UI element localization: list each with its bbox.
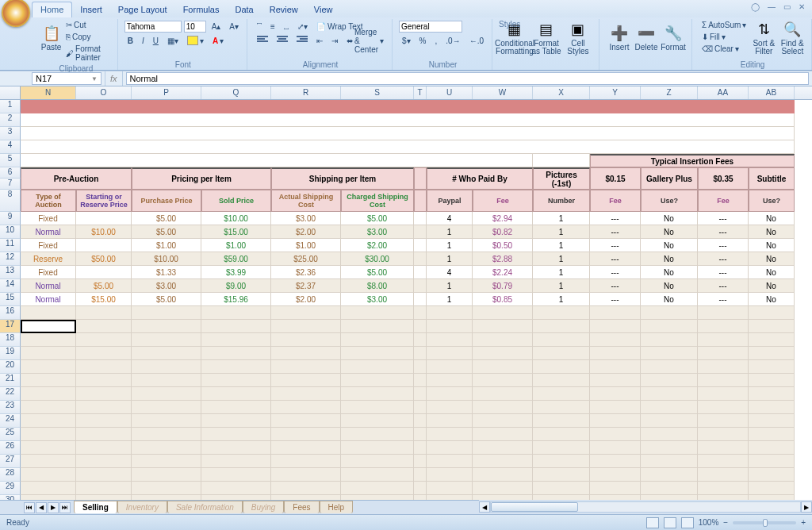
cell[interactable]: $5.00 (132, 225, 201, 239)
cell[interactable] (414, 333, 427, 347)
cell[interactable]: $2.00 (271, 225, 341, 239)
cell[interactable] (271, 320, 341, 333)
cell[interactable] (698, 320, 749, 333)
cell[interactable]: Normal (21, 225, 76, 239)
cell[interactable]: --- (590, 212, 641, 225)
cell[interactable] (427, 428, 473, 441)
paste-button[interactable]: 📋Paste (40, 19, 63, 57)
cell[interactable] (341, 306, 414, 320)
currency-button[interactable]: $▾ (399, 35, 414, 47)
cell[interactable] (414, 279, 427, 293)
zoom-out-button[interactable]: − (723, 518, 728, 527)
cell[interactable] (533, 428, 590, 441)
cell[interactable] (132, 428, 201, 441)
cell[interactable] (414, 320, 427, 333)
cell[interactable] (414, 360, 427, 374)
name-box[interactable]: N17▼ (32, 72, 102, 85)
cell[interactable] (132, 360, 201, 374)
dropdown-arrow[interactable]: ▼ (75, 321, 76, 333)
cell[interactable] (590, 455, 641, 468)
cell[interactable] (533, 441, 590, 455)
cell[interactable]: $1.00 (271, 239, 341, 252)
cell[interactable] (427, 320, 473, 333)
sheet-tab-inventory[interactable]: Inventory (117, 501, 167, 513)
cell[interactable]: No (641, 212, 698, 225)
cell[interactable] (533, 387, 590, 401)
cell[interactable] (341, 320, 414, 333)
cell[interactable] (341, 414, 414, 428)
cell[interactable] (76, 347, 132, 360)
cell[interactable] (201, 360, 271, 374)
cell[interactable] (21, 347, 76, 360)
view-layout-icon[interactable] (664, 517, 676, 528)
sheet-tab-help[interactable]: Help (320, 501, 354, 513)
cell[interactable] (271, 441, 341, 455)
minimize-icon[interactable]: — (765, 2, 778, 11)
sheet-tab-selling[interactable]: Selling (74, 501, 117, 513)
sheet-nav-last[interactable]: ⏭ (59, 502, 71, 513)
align-right-button[interactable] (293, 34, 311, 47)
cell[interactable] (341, 360, 414, 374)
tab-home[interactable]: Home (32, 2, 72, 17)
cell[interactable] (749, 441, 795, 455)
sheet-tab-sale-information[interactable]: Sale Information (167, 501, 243, 513)
row-header[interactable]: 21 (0, 374, 21, 387)
cell[interactable] (749, 455, 795, 468)
cell[interactable] (76, 428, 132, 441)
cell[interactable] (414, 441, 427, 455)
col-header-X[interactable]: X (533, 86, 590, 99)
col-header-Z[interactable]: Z (641, 86, 698, 99)
cell[interactable] (427, 374, 473, 387)
cell[interactable] (414, 468, 427, 482)
cell[interactable] (201, 306, 271, 320)
cell[interactable] (271, 428, 341, 441)
cell[interactable] (201, 374, 271, 387)
cell[interactable]: $3.00 (132, 279, 201, 293)
row-header[interactable]: 14 (0, 279, 21, 293)
cell[interactable] (533, 320, 590, 333)
cell[interactable]: $10.00 (76, 225, 132, 239)
cell[interactable] (698, 306, 749, 320)
cell[interactable] (76, 482, 132, 495)
cell[interactable] (76, 306, 132, 320)
cell-styles-button[interactable]: ▣Cell Styles (562, 19, 594, 57)
cell[interactable] (201, 455, 271, 468)
cell[interactable] (749, 374, 795, 387)
row-header[interactable]: 18 (0, 333, 21, 347)
cell[interactable] (271, 455, 341, 468)
cell[interactable] (473, 441, 533, 455)
cell[interactable] (132, 320, 201, 333)
cell[interactable] (641, 387, 698, 401)
cell[interactable] (414, 252, 427, 266)
cell[interactable] (590, 360, 641, 374)
cell[interactable] (698, 428, 749, 441)
format-as-table-button[interactable]: ▤Format as Table (530, 19, 562, 57)
row-header[interactable]: 26 (0, 441, 21, 455)
col-header-T[interactable]: T (414, 86, 427, 99)
cell[interactable]: $10.00 (201, 212, 271, 225)
cell[interactable] (201, 401, 271, 414)
cell[interactable] (749, 414, 795, 428)
tab-data[interactable]: Data (227, 2, 261, 17)
cell[interactable] (427, 387, 473, 401)
cell[interactable] (427, 333, 473, 347)
cell[interactable]: $3.00 (341, 293, 414, 306)
cell[interactable]: $0.82 (473, 225, 533, 239)
row-header[interactable]: 23 (0, 401, 21, 414)
find-select-button[interactable]: 🔍Find & Select (778, 19, 806, 57)
cell[interactable]: --- (590, 293, 641, 306)
cell[interactable] (21, 333, 76, 347)
cell[interactable] (271, 374, 341, 387)
row-header[interactable]: 1 (0, 100, 21, 113)
cell[interactable] (201, 320, 271, 333)
cell[interactable]: $59.00 (201, 252, 271, 266)
cell[interactable]: $25.00 (271, 252, 341, 266)
cell[interactable] (698, 401, 749, 414)
cell[interactable] (201, 428, 271, 441)
cell[interactable] (201, 347, 271, 360)
delete-button[interactable]: ➖Delete (633, 19, 660, 57)
cell[interactable]: $2.88 (473, 252, 533, 266)
cell[interactable] (21, 360, 76, 374)
row-header[interactable]: 10 (0, 225, 21, 239)
restore-icon[interactable]: ▭ (781, 2, 793, 11)
